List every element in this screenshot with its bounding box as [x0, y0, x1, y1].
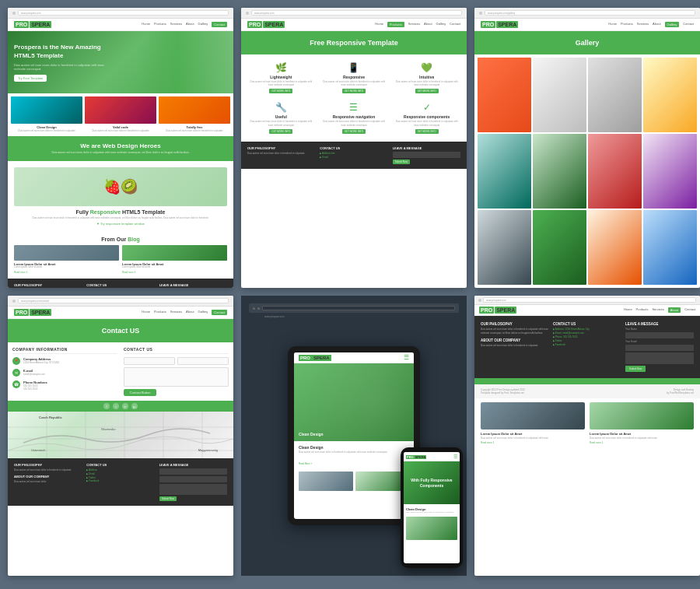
nav3-about[interactable]: About — [653, 22, 660, 27]
nav3-home[interactable]: Home — [608, 22, 617, 27]
nav-home[interactable]: Home — [142, 22, 150, 27]
footer-2: OUR PHILOSOPHY Duis autem vel eum iriure… — [241, 142, 467, 169]
nav4-contact[interactable]: Contact — [212, 310, 227, 315]
feature-btn-2[interactable]: GET MORE INFO — [342, 89, 366, 93]
tablet-clean-desc: Duis autem vel eum iriure dolor in hendr… — [299, 451, 409, 454]
gallery-item-3[interactable] — [588, 58, 642, 132]
nav6-products[interactable]: Products — [636, 307, 649, 313]
nav-contact[interactable]: Contact — [212, 22, 227, 27]
email-value: email@example.com — [23, 373, 45, 376]
feature-btn-1[interactable]: GET MORE INFO — [269, 89, 292, 93]
contact-body: COMPANY INFORMATION 📍 Company Address 12… — [8, 342, 233, 401]
read-more-1[interactable]: Read more 1 — [14, 271, 27, 274]
nav2-gallery[interactable]: Gallery — [436, 22, 446, 27]
feature-btn-4[interactable]: GET MORE INFO — [269, 129, 292, 134]
nav3-products[interactable]: Products — [621, 22, 633, 27]
nav4-products[interactable]: Products — [154, 310, 166, 315]
gallery-item-2[interactable] — [533, 58, 586, 132]
tablet-logo: PROSPERA — [299, 356, 331, 360]
nav3-gallery[interactable]: Gallery — [665, 22, 680, 27]
contact-submit-btn[interactable]: Contact Button — [124, 389, 156, 396]
gallery-item-1[interactable] — [478, 58, 531, 132]
tablet-hero: Clean Design — [294, 363, 414, 441]
gallery-item-12[interactable] — [643, 210, 697, 285]
gallery-item-5[interactable] — [478, 134, 531, 209]
panel-home: www.prospera.com PROSPERA Home Products … — [8, 8, 233, 288]
footer4-input-name[interactable] — [159, 468, 227, 475]
nav4-services[interactable]: Services — [170, 310, 182, 315]
nav-products[interactable]: Products — [154, 22, 166, 27]
feature-btn-5[interactable]: GET MORE INFO — [342, 129, 366, 134]
nav2-products[interactable]: Products — [387, 22, 404, 27]
footer4-input-email[interactable] — [159, 476, 227, 482]
gallery-item-9[interactable] — [478, 210, 531, 285]
footer-contact: CONTACT US ▶ Address: 1234 Street ▶ Emai… — [86, 283, 154, 288]
footer6-c-twitter[interactable]: ▶ Twitter — [553, 339, 621, 342]
nav4-about[interactable]: About — [186, 310, 194, 315]
hero-btn[interactable]: Try Free Template — [14, 75, 47, 82]
social-facebook[interactable]: f — [103, 403, 110, 409]
gallery-item-7[interactable] — [588, 134, 642, 209]
phone-hero-text: With Fully Responsive Components — [404, 475, 460, 491]
nav6-services[interactable]: Services — [652, 307, 663, 313]
footer6-c-facebook[interactable]: ▶ Facebook — [553, 343, 621, 346]
footer6-s2-read[interactable]: Read more 1 — [590, 441, 694, 444]
footer6-input-name[interactable] — [625, 332, 694, 338]
form-lastname[interactable] — [177, 357, 229, 365]
nav4-home[interactable]: Home — [142, 310, 150, 315]
nav2-about[interactable]: About — [424, 22, 432, 27]
social-twitter[interactable]: t — [113, 403, 119, 409]
nav3-services[interactable]: Services — [637, 22, 649, 27]
browser-bar-1: www.prospera.com — [8, 8, 233, 19]
gallery-item-10[interactable] — [533, 210, 586, 285]
nav4-gallery[interactable]: Gallery — [198, 310, 208, 315]
feature-desc-5: Duis autem vel eum iriure dolor in hendr… — [322, 120, 387, 126]
nav2-services[interactable]: Services — [408, 22, 420, 27]
feature-btn-6[interactable]: GET MORE INFO — [415, 129, 439, 134]
form-firstname[interactable] — [124, 357, 175, 365]
gallery-item-6[interactable] — [533, 134, 586, 209]
tablet-menu-icon[interactable]: ☰ — [404, 354, 409, 361]
footer4-submit[interactable]: Submit Now — [159, 496, 177, 501]
read-more-2[interactable]: Read more 1 — [122, 271, 135, 274]
footer6-input-email[interactable] — [625, 345, 694, 351]
footer6-input-msg[interactable] — [625, 352, 694, 364]
nav-links-6: Home Products Services About Contact — [624, 307, 695, 313]
nav6-about[interactable]: About — [668, 307, 681, 313]
nav3-contact[interactable]: Contact — [683, 22, 694, 27]
tablet-read-more[interactable]: Read More » — [299, 462, 312, 465]
nav2-home[interactable]: Home — [375, 22, 383, 27]
footer6-submit-btn[interactable]: Submit Now — [625, 366, 646, 372]
phone-section: Clean Design Duis autem vel eum iriure d… — [404, 504, 460, 517]
company-info-heading: COMPANY INFORMATION — [12, 347, 117, 354]
footer4-input-msg[interactable] — [159, 484, 227, 495]
phone-menu-icon[interactable]: ☰ — [453, 454, 457, 459]
nav6-contact[interactable]: Contact — [684, 307, 695, 313]
gallery-item-11[interactable] — [588, 210, 642, 285]
feature-btn-3[interactable]: GET MORE INFO — [415, 89, 439, 93]
gallery-item-8[interactable] — [643, 134, 697, 209]
nav2-contact[interactable]: Contact — [450, 22, 460, 27]
footer2-input[interactable] — [393, 152, 460, 158]
social-linkedin[interactable]: in — [122, 403, 128, 409]
social-google[interactable]: g+ — [131, 403, 138, 409]
phone-hero: With Fully Responsive Components — [404, 461, 460, 504]
form-message[interactable] — [124, 367, 229, 387]
nav-about[interactable]: About — [186, 22, 194, 27]
thumb-clean: Clean Design Duis autem vel eum iriure d… — [11, 96, 82, 133]
logo-spera: SPERA — [30, 21, 51, 28]
try-template-link[interactable]: ▼ Try responsive template window — [14, 222, 227, 226]
device-dot-1 — [253, 307, 255, 310]
footer6-s1-read[interactable]: Read more 1 — [481, 441, 585, 444]
address-icon-circle: 📍 — [12, 357, 20, 365]
footer2-btn[interactable]: Submit Now — [393, 160, 410, 164]
nav-services[interactable]: Services — [170, 22, 182, 27]
footer4-phil-h: OUR PHILOSOPHY — [14, 463, 82, 467]
footer-msg-heading: LEAVE A MESSAGE — [159, 283, 227, 287]
hero-desc: Duis autem vel eum iriure dolor in hendr… — [14, 63, 115, 72]
gallery-item-4[interactable] — [643, 58, 697, 132]
features-grid: 🌿 Lightweight Duis autem vel eum iriure … — [241, 54, 467, 142]
nav-gallery[interactable]: Gallery — [198, 22, 208, 27]
gallery-grid — [474, 54, 700, 288]
nav6-home[interactable]: Home — [624, 307, 632, 313]
